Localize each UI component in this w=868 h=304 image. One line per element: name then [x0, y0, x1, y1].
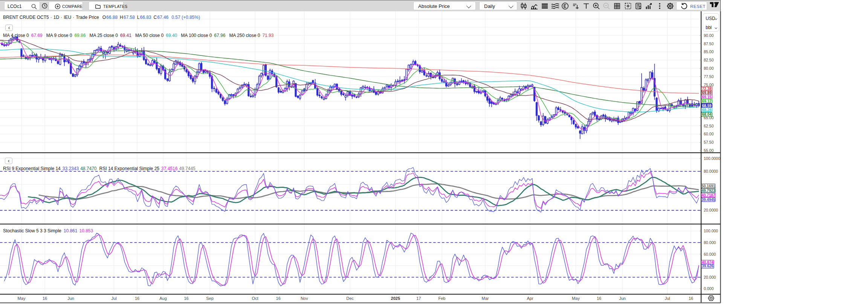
svg-text:20.0000: 20.0000 [704, 208, 718, 212]
svg-text:Feb: Feb [439, 296, 446, 301]
svg-text:16: 16 [276, 296, 281, 301]
svg-text:39.626: 39.626 [702, 264, 714, 268]
svg-text:82.50: 82.50 [704, 58, 714, 62]
svg-text:72.38: 72.38 [702, 87, 711, 91]
svg-text:77.50: 77.50 [704, 74, 714, 79]
svg-text:68.28: 68.28 [702, 108, 711, 112]
svg-text:Apr: Apr [527, 296, 533, 301]
svg-text:60.00: 60.00 [704, 132, 714, 136]
svg-text:50.1691: 50.1691 [701, 184, 715, 188]
svg-text:60.000: 60.000 [704, 252, 716, 256]
svg-text:Dec: Dec [346, 296, 354, 301]
svg-text:Oct: Oct [252, 296, 258, 301]
svg-text:68.04: 68.04 [702, 112, 711, 117]
svg-text:16: 16 [43, 296, 47, 301]
svg-text:Jun: Jun [67, 296, 74, 301]
svg-text:55.00: 55.00 [704, 148, 714, 153]
svg-text:87.50: 87.50 [704, 41, 714, 46]
svg-text:43.7187: 43.7187 [701, 193, 715, 197]
svg-text:69.15: 69.15 [702, 95, 711, 99]
svg-text:Jun: Jun [619, 296, 626, 301]
svg-text:May: May [572, 296, 580, 301]
svg-text:17: 17 [416, 296, 421, 301]
svg-text:20.000: 20.000 [704, 275, 716, 279]
svg-text:Mar: Mar [482, 296, 489, 301]
svg-text:16: 16 [135, 296, 139, 301]
svg-text:Jul: Jul [665, 296, 670, 301]
svg-text:16: 16 [689, 296, 693, 301]
svg-text:75.00: 75.00 [704, 83, 714, 87]
svg-text:0.000: 0.000 [704, 286, 714, 291]
svg-text:80.000: 80.000 [704, 240, 716, 245]
svg-text:69.12: 69.12 [702, 99, 711, 103]
svg-text:85.00: 85.00 [704, 49, 714, 54]
svg-text:90.00: 90.00 [704, 33, 714, 38]
svg-text:Jul: Jul [112, 296, 117, 301]
svg-text:80.00: 80.00 [704, 66, 714, 71]
svg-text:Aug: Aug [159, 296, 167, 301]
svg-text:100.0000: 100.0000 [704, 156, 720, 161]
svg-text:39.4945: 39.4945 [701, 198, 715, 202]
svg-text:49.7923: 49.7923 [701, 189, 715, 193]
svg-text:69.89: 69.89 [702, 91, 711, 95]
svg-text:Nov: Nov [301, 296, 308, 301]
svg-text:2025: 2025 [391, 296, 400, 301]
svg-text:62.50: 62.50 [704, 124, 714, 128]
svg-text:40.674: 40.674 [702, 260, 714, 264]
svg-text:100.000: 100.000 [704, 229, 718, 233]
svg-text:May: May [18, 296, 26, 301]
svg-text:16: 16 [184, 296, 188, 301]
svg-text:Sep: Sep [206, 296, 214, 301]
svg-text:57.50: 57.50 [704, 140, 714, 144]
svg-text:80.0000: 80.0000 [704, 169, 718, 173]
svg-text:68.59: 68.59 [702, 104, 711, 108]
svg-text:16: 16 [597, 296, 601, 301]
